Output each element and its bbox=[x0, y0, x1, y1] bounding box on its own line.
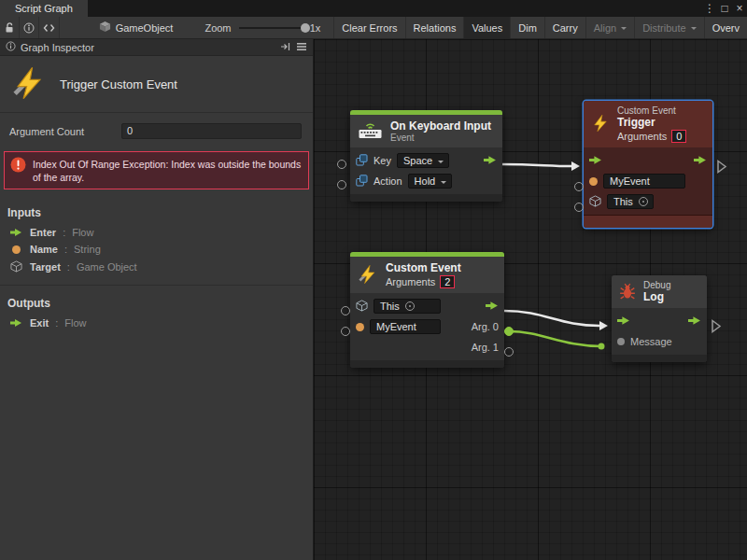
code-icon[interactable] bbox=[39, 17, 59, 39]
event-name-row: MyEvent bbox=[584, 171, 712, 191]
flow-arrow-icon bbox=[9, 318, 23, 328]
target-field[interactable]: This bbox=[607, 194, 654, 209]
arguments-count-field[interactable]: 2 bbox=[440, 275, 455, 288]
target-row: This bbox=[350, 296, 504, 316]
panel-menu-icon[interactable] bbox=[296, 41, 307, 54]
carry-indicator bbox=[716, 160, 727, 175]
port-event-name-input[interactable] bbox=[341, 327, 350, 336]
port-trigger-target-input[interactable] bbox=[574, 203, 584, 212]
inspector-header: Graph Inspector bbox=[0, 39, 313, 56]
dim-button[interactable]: Dim bbox=[510, 17, 544, 39]
overview-button[interactable]: Overv bbox=[704, 17, 747, 39]
argument-count-label: Argument Count bbox=[9, 126, 114, 137]
gameobject-cube-icon bbox=[9, 260, 23, 273]
flow-arrow-icon bbox=[9, 228, 23, 237]
carry-button[interactable]: Carry bbox=[544, 17, 585, 39]
string-dot-icon bbox=[356, 323, 364, 331]
graph-canvas[interactable]: On Keyboard Input Event Key Space bbox=[314, 39, 747, 560]
string-dot-icon bbox=[589, 177, 598, 186]
key-dropdown[interactable]: Space bbox=[397, 153, 449, 168]
key-icon bbox=[356, 175, 368, 189]
message-row: Message bbox=[612, 331, 707, 352]
flow-in-port[interactable] bbox=[617, 315, 630, 328]
pin-row-name: Name : String bbox=[0, 241, 313, 258]
kebab-menu-icon[interactable]: ⋮ bbox=[702, 0, 717, 17]
port-arg1-output[interactable] bbox=[504, 347, 514, 357]
flow-out-port[interactable] bbox=[486, 301, 499, 313]
event-name-input[interactable]: MyEvent bbox=[603, 174, 685, 189]
port-event-target-input[interactable] bbox=[341, 306, 350, 315]
arguments-label: Arguments bbox=[386, 276, 435, 287]
wire-arg0-to-message[interactable] bbox=[506, 329, 605, 350]
outputs-header: Outputs bbox=[0, 286, 313, 315]
unit-title: Trigger Custom Event bbox=[60, 77, 177, 91]
object-picker-icon[interactable] bbox=[405, 301, 415, 311]
flow-out-port[interactable] bbox=[688, 315, 701, 328]
inputs-header: Inputs bbox=[0, 195, 313, 224]
flow-in-port[interactable] bbox=[589, 155, 602, 167]
message-label: Message bbox=[630, 336, 672, 347]
lightning-bolt-icon bbox=[591, 114, 610, 134]
node-footer bbox=[350, 360, 504, 368]
dock-icon[interactable] bbox=[280, 41, 291, 54]
arg0-label: Arg. 0 bbox=[472, 321, 499, 332]
tab-script-graph[interactable]: Script Graph bbox=[0, 0, 88, 17]
flow-out-port[interactable] bbox=[484, 155, 497, 167]
event-name-input[interactable]: MyEvent bbox=[370, 319, 441, 334]
tab-bar: Script Graph ⋮ □ × bbox=[0, 0, 747, 17]
values-button[interactable]: Values bbox=[463, 17, 510, 39]
flow-out-port[interactable] bbox=[694, 155, 707, 167]
zoom-slider[interactable] bbox=[239, 17, 306, 39]
zoom-slider-thumb[interactable] bbox=[301, 23, 310, 33]
argument-count-input[interactable]: 0 bbox=[121, 123, 302, 139]
gameobject-selector[interactable]: GameObject bbox=[99, 21, 174, 35]
port-trigger-name-input[interactable] bbox=[574, 182, 584, 191]
port-key-input[interactable] bbox=[337, 160, 346, 169]
arg1-row: Arg. 1 bbox=[350, 337, 504, 357]
unit-title-section: Trigger Custom Event bbox=[0, 56, 313, 113]
keyboard-icon bbox=[358, 121, 383, 141]
info-circle-icon bbox=[6, 41, 16, 53]
inspector-header-title: Graph Inspector bbox=[21, 42, 94, 53]
node-kind: Custom Event bbox=[617, 105, 686, 116]
info-icon[interactable] bbox=[20, 17, 39, 39]
action-dropdown[interactable]: Hold bbox=[408, 174, 453, 189]
graph-toolbar: GameObject Zoom 1x Clear Errors Relation… bbox=[0, 17, 747, 39]
object-picker-icon[interactable] bbox=[639, 197, 648, 206]
gameobject-cube-icon bbox=[356, 300, 368, 314]
node-on-keyboard-input[interactable]: On Keyboard Input Event Key Space bbox=[350, 110, 502, 202]
close-icon[interactable]: × bbox=[732, 0, 747, 17]
arguments-count-field[interactable]: 0 bbox=[671, 130, 686, 143]
node-debug-log[interactable]: Debug Log Message bbox=[612, 275, 707, 362]
action-label: Action bbox=[374, 175, 402, 187]
wire-keyboard-to-trigger[interactable] bbox=[502, 161, 580, 171]
node-body: MyEvent This bbox=[584, 147, 712, 215]
port-arg0-output[interactable] bbox=[504, 327, 514, 336]
maximize-icon[interactable]: □ bbox=[717, 0, 732, 17]
node-header: Custom Event Trigger Arguments 0 bbox=[584, 101, 712, 147]
node-header: Custom Event Arguments 2 bbox=[350, 257, 504, 293]
message-port-icon bbox=[617, 338, 625, 345]
flow-row bbox=[612, 311, 707, 331]
node-custom-event[interactable]: Custom Event Arguments 2 This bbox=[350, 252, 504, 368]
pin-row-target: Target : Game Object bbox=[0, 258, 313, 275]
align-button[interactable]: Align bbox=[585, 17, 634, 39]
zoom-label: Zoom bbox=[204, 22, 231, 34]
node-footer bbox=[584, 215, 712, 228]
target-field[interactable]: This bbox=[374, 299, 441, 314]
port-action-input[interactable] bbox=[337, 180, 346, 189]
zoom-value: 1x bbox=[310, 22, 321, 34]
node-trigger-custom-event[interactable]: Custom Event Trigger Arguments 0 bbox=[584, 101, 712, 228]
lock-icon[interactable] bbox=[0, 17, 20, 39]
arguments-label: Arguments bbox=[617, 131, 667, 142]
distribute-button[interactable]: Distribute bbox=[634, 17, 703, 39]
relations-button[interactable]: Relations bbox=[405, 17, 464, 39]
node-body: Key Space Action Hold bbox=[350, 147, 502, 194]
argument-count-row: Argument Count 0 bbox=[0, 113, 313, 147]
target-value: This bbox=[380, 301, 400, 312]
wire-arguments-to-log[interactable] bbox=[504, 311, 608, 330]
node-header: On Keyboard Input Event bbox=[350, 115, 502, 147]
clear-errors-button[interactable]: Clear Errors bbox=[333, 17, 404, 39]
node-title: Trigger bbox=[617, 116, 686, 129]
node-subtitle: Event bbox=[390, 133, 491, 143]
